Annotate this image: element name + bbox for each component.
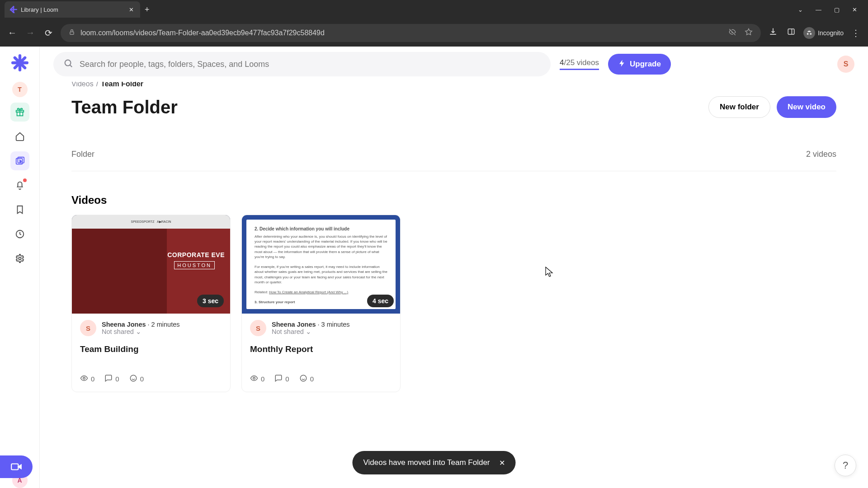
maximize-icon[interactable]: ▢	[834, 6, 840, 13]
videos-heading: Videos	[71, 194, 836, 206]
content: Videos / Team Folder Team Folder New fol…	[40, 82, 868, 488]
video-card[interactable]: 2. Decide which information you will inc…	[241, 215, 401, 392]
toast: Videos have moved into Team Folder ✕	[352, 451, 515, 474]
tab-close-icon[interactable]: ✕	[127, 6, 135, 13]
video-title: Monthly Report	[250, 344, 392, 354]
main: 4/25 videos Upgrade S Videos / Team Fold…	[40, 47, 868, 488]
forward-button: →	[24, 28, 36, 38]
bolt-icon	[618, 59, 626, 70]
video-count[interactable]: 4/25 videos	[560, 58, 599, 70]
user-avatar[interactable]: S	[837, 56, 854, 73]
toast-close-icon[interactable]: ✕	[499, 459, 505, 467]
profile-chip[interactable]: Incognito	[803, 27, 844, 39]
search-input[interactable]	[80, 60, 541, 69]
address-bar[interactable]: loom.com/looms/videos/Team-Folder-aa0ed3…	[61, 24, 761, 42]
new-tab-button[interactable]: +	[145, 5, 150, 14]
new-folder-button[interactable]: New folder	[708, 96, 770, 118]
topbar: 4/25 videos Upgrade S	[40, 47, 868, 82]
emoji-icon	[299, 374, 307, 384]
incognito-label: Incognito	[818, 29, 844, 37]
svg-point-16	[65, 60, 71, 66]
eye-icon	[80, 374, 88, 384]
video-card[interactable]: SPEEDSPORTZ A▶RACIN CORPORATE EVE HOUSTO…	[71, 215, 231, 392]
reload-button[interactable]: ⟳	[42, 28, 54, 38]
search-icon	[63, 58, 73, 70]
video-stats: 0 0 0	[80, 374, 222, 384]
section-label: Folder	[71, 150, 94, 159]
share-status[interactable]: Not shared ⌄	[272, 328, 349, 335]
svg-rect-5	[788, 29, 794, 34]
toast-text: Videos have moved into Team Folder	[363, 458, 490, 467]
sidebar-home[interactable]	[10, 127, 29, 146]
sidebar-notifications[interactable]	[10, 176, 29, 195]
video-thumbnail[interactable]: 2. Decide which information you will inc…	[242, 215, 400, 314]
star-icon[interactable]	[745, 28, 753, 38]
help-button[interactable]: ?	[835, 455, 856, 476]
new-video-button[interactable]: New video	[777, 96, 836, 118]
record-button[interactable]	[0, 455, 33, 478]
eye-off-icon[interactable]	[728, 28, 736, 38]
upgrade-button[interactable]: Upgrade	[608, 54, 671, 75]
toolbar: ← → ⟳ loom.com/looms/videos/Team-Folder-…	[0, 19, 868, 47]
svg-point-19	[253, 377, 255, 380]
back-button[interactable]: ←	[6, 28, 18, 38]
share-status[interactable]: Not shared ⌄	[102, 328, 179, 335]
duration-badge: 3 sec	[197, 295, 224, 307]
author-avatar: S	[80, 320, 96, 336]
svg-rect-4	[70, 32, 74, 34]
divider	[71, 171, 836, 171]
svg-point-17	[83, 377, 85, 380]
tab-title: Library | Loom	[21, 6, 124, 13]
sidebar: T + A	[0, 47, 40, 488]
sidebar-settings[interactable]	[10, 249, 29, 268]
breadcrumb: Videos / Team Folder	[71, 82, 836, 88]
sidebar-history[interactable]	[10, 225, 29, 244]
search-bar[interactable]	[53, 52, 551, 76]
video-count-label: 2 videos	[806, 150, 836, 159]
sidebar-bookmarks[interactable]	[10, 200, 29, 219]
chevron-down-icon[interactable]: ⌄	[798, 6, 803, 13]
video-thumbnail[interactable]: SPEEDSPORTZ A▶RACIN CORPORATE EVE HOUSTO…	[72, 215, 230, 314]
loom-logo[interactable]	[11, 54, 29, 72]
download-icon[interactable]	[767, 27, 779, 38]
window-controls: ⌄ — ▢ ✕	[798, 6, 863, 13]
author-avatar: S	[250, 320, 266, 336]
incognito-icon	[803, 27, 815, 39]
video-grid: SPEEDSPORTZ A▶RACIN CORPORATE EVE HOUSTO…	[71, 215, 836, 392]
sidebar-gift[interactable]	[10, 103, 29, 122]
breadcrumb-current: Team Folder	[101, 82, 143, 88]
browser-tab[interactable]: Library | Loom ✕	[5, 1, 140, 18]
browser-chrome: Library | Loom ✕ + ⌄ — ▢ ✕ ← → ⟳ loom.co…	[0, 0, 868, 47]
emoji-icon	[129, 374, 137, 384]
notification-dot	[23, 178, 27, 182]
omnibox-icons	[728, 28, 753, 38]
sidebar-library[interactable]	[10, 151, 29, 170]
app: T + A	[0, 47, 868, 488]
duration-badge: 4 sec	[367, 295, 394, 307]
svg-point-20	[300, 375, 307, 381]
folder-section-row: Folder 2 videos	[71, 150, 836, 159]
loom-favicon	[10, 6, 17, 13]
video-stats: 0 0 0	[250, 374, 392, 384]
eye-icon	[250, 374, 258, 384]
svg-point-15	[19, 257, 21, 260]
comment-icon	[104, 374, 113, 384]
kebab-menu-icon[interactable]: ⋮	[850, 28, 862, 38]
svg-point-18	[130, 375, 137, 381]
page-title: Team Folder	[71, 97, 178, 117]
lock-icon	[69, 29, 75, 37]
comment-icon	[274, 374, 283, 384]
chevron-down-icon: ⌄	[306, 328, 311, 335]
workspace-avatar[interactable]: T	[12, 82, 28, 97]
url-text: loom.com/looms/videos/Team-Folder-aa0ed3…	[80, 29, 723, 37]
chevron-down-icon: ⌄	[136, 328, 142, 335]
video-title: Team Building	[80, 344, 222, 354]
tab-bar: Library | Loom ✕ + ⌄ — ▢ ✕	[0, 0, 868, 19]
minimize-icon[interactable]: —	[816, 6, 821, 13]
panel-icon[interactable]	[785, 28, 797, 38]
svg-rect-21	[11, 464, 18, 470]
folder-header: Team Folder New folder New video	[71, 96, 836, 118]
close-window-icon[interactable]: ✕	[852, 6, 857, 13]
breadcrumb-root[interactable]: Videos	[71, 82, 94, 88]
